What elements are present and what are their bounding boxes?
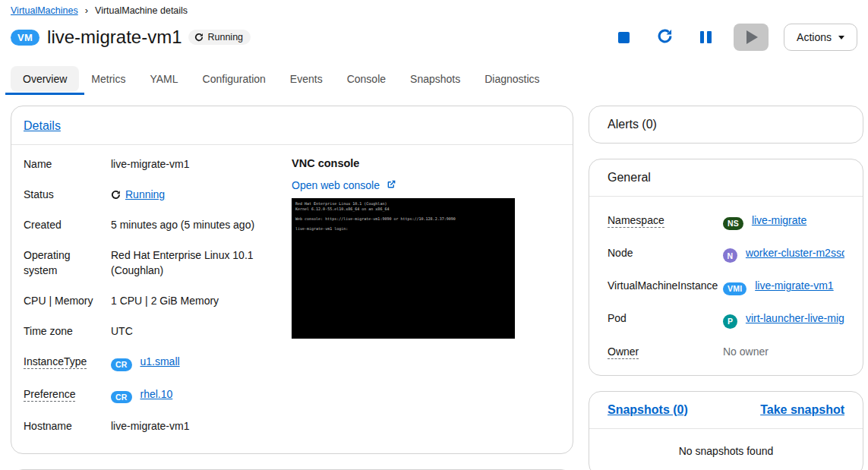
- preference-link[interactable]: rhel.10: [140, 388, 172, 400]
- node-label: Node: [608, 245, 723, 260]
- preference-label: Preference: [24, 388, 75, 402]
- general-card-body: Namespace NS live-migrate Node N worker-…: [589, 197, 863, 375]
- vmi-label: VirtualMachineInstance: [608, 278, 723, 293]
- details-link[interactable]: Details: [24, 119, 61, 132]
- node-link[interactable]: worker-cluster-m2ssq-2: [746, 247, 844, 259]
- breadcrumb: VirtualMachines › VirtualMachine details: [11, 0, 857, 16]
- detail-row-preference: Preference CR rhel.10: [24, 386, 292, 404]
- vmi-link[interactable]: live-migrate-vm1: [755, 279, 833, 292]
- status-badge: Running: [188, 30, 251, 45]
- cr-badge: CR: [111, 358, 132, 371]
- snapshots-empty-state: No snapshots found: [589, 429, 863, 470]
- namespace-link[interactable]: live-migrate: [752, 214, 806, 226]
- detail-row-operating-system: Operating system Red Hat Enterprise Linu…: [24, 248, 292, 278]
- detail-value: 1 CPU | 2 GiB Memory: [111, 293, 292, 308]
- details-card: Details Name live-migrate-vm1 Status: [11, 106, 573, 454]
- actions-dropdown-label: Actions: [797, 31, 832, 43]
- snapshots-count-link[interactable]: Snapshots (0): [608, 403, 688, 417]
- snapshots-card: Snapshots (0) Take snapshot No snapshots…: [589, 391, 863, 470]
- detail-row-hostname: Hostname live-migrate-vm1: [24, 418, 292, 434]
- play-button-disabled[interactable]: [734, 24, 769, 51]
- detail-value: Red Hat Enterprise Linux 10.1 (Coughlan): [111, 248, 292, 278]
- snapshots-card-header: Snapshots (0) Take snapshot: [589, 392, 863, 428]
- vm-tabs: Overview Metrics YAML Configuration Even…: [11, 66, 857, 92]
- caret-down-icon: [838, 36, 844, 39]
- cr-badge: CR: [111, 391, 132, 404]
- actions-dropdown-button[interactable]: Actions: [784, 24, 857, 51]
- instancetype-link[interactable]: u1.small: [140, 355, 179, 367]
- detail-label: Operating system: [24, 248, 111, 278]
- detail-value: live-migrate-vm1: [111, 156, 292, 172]
- general-row-vmi: VirtualMachineInstance VMI live-migrate-…: [608, 278, 844, 295]
- details-rows: Name live-migrate-vm1 Status Running: [24, 156, 292, 449]
- pause-button[interactable]: [693, 24, 718, 50]
- tab-snapshots[interactable]: Snapshots: [398, 66, 472, 92]
- general-row-namespace: Namespace NS live-migrate: [608, 213, 844, 230]
- breadcrumb-virtualmachines-link[interactable]: VirtualMachines: [11, 5, 78, 16]
- pod-label: Pod: [608, 311, 723, 326]
- namespace-badge: NS: [723, 217, 743, 230]
- left-column: Details Name live-migrate-vm1 Status: [11, 106, 573, 470]
- vnc-console-title: VNC console: [292, 157, 560, 169]
- open-web-console-label: Open web console: [292, 179, 380, 191]
- vmi-badge: VMI: [723, 282, 746, 295]
- detail-label: Name: [24, 156, 111, 172]
- detail-label: Status: [24, 187, 111, 202]
- take-snapshot-link[interactable]: Take snapshot: [760, 403, 844, 417]
- owner-label: Owner: [608, 345, 639, 359]
- detail-value: live-migrate-vm1: [111, 418, 292, 434]
- pod-badge: P: [723, 314, 737, 329]
- node-badge: N: [723, 248, 737, 263]
- restart-button[interactable]: [652, 24, 677, 50]
- status-running-link[interactable]: Running: [125, 187, 165, 202]
- namespace-label: Namespace: [608, 214, 664, 228]
- alerts-card: Alerts (0): [589, 106, 863, 144]
- tab-diagnostics[interactable]: Diagnostics: [472, 66, 551, 92]
- general-card-title: General: [589, 159, 863, 196]
- general-row-node: Node N worker-cluster-m2ssq-2: [608, 245, 844, 263]
- owner-value: No owner: [723, 344, 844, 359]
- sync-icon: [194, 33, 204, 42]
- breadcrumb-current: VirtualMachine details: [95, 5, 188, 16]
- details-card-header: Details: [11, 106, 573, 144]
- vm-details-page: VirtualMachines › VirtualMachine details…: [0, 0, 868, 470]
- general-row-owner: Owner No owner: [608, 344, 844, 359]
- detail-label: Created: [24, 217, 111, 232]
- vm-action-controls: Actions: [611, 24, 857, 51]
- detail-row-name: Name live-migrate-vm1: [24, 156, 292, 172]
- alerts-card-title: Alerts (0): [589, 106, 863, 143]
- detail-row-timezone: Time zone UTC: [24, 323, 292, 339]
- stop-icon: [618, 32, 630, 43]
- details-card-body: Name live-migrate-vm1 Status Running: [11, 145, 573, 453]
- detail-row-cpu-memory: CPU | Memory 1 CPU | 2 GiB Memory: [24, 293, 292, 308]
- tab-overview[interactable]: Overview: [11, 66, 79, 92]
- status-badge-label: Running: [207, 32, 243, 43]
- vm-kind-badge: VM: [11, 30, 39, 46]
- tab-metrics[interactable]: Metrics: [79, 66, 137, 92]
- pod-link[interactable]: virt-launcher-live-migrat...: [746, 312, 844, 324]
- page-header: VM live-migrate-vm1 Running: [11, 24, 857, 51]
- detail-label: CPU | Memory: [24, 293, 111, 308]
- pause-icon: [700, 31, 712, 43]
- restart-icon: [657, 28, 673, 46]
- play-icon: [746, 30, 758, 44]
- overview-content: Details Name live-migrate-vm1 Status: [11, 106, 857, 470]
- detail-row-status: Status Running: [24, 187, 292, 202]
- sync-icon: [111, 190, 121, 200]
- tab-events[interactable]: Events: [278, 66, 335, 92]
- open-web-console-link[interactable]: Open web console: [292, 179, 396, 191]
- detail-label: Hostname: [24, 418, 111, 434]
- detail-value: UTC: [111, 323, 292, 339]
- detail-row-created: Created 5 minutes ago (5 minutes ago): [24, 217, 292, 232]
- tab-yaml[interactable]: YAML: [137, 66, 190, 92]
- detail-row-instancetype: InstanceType CR u1.small: [24, 354, 292, 371]
- right-column: Alerts (0) General Namespace NS live-mig…: [589, 106, 863, 470]
- tab-configuration[interactable]: Configuration: [191, 66, 278, 92]
- detail-label: Time zone: [24, 323, 111, 339]
- instancetype-label: InstanceType: [24, 355, 87, 369]
- stop-button[interactable]: [611, 24, 636, 50]
- external-link-icon: [387, 179, 396, 191]
- tab-console[interactable]: Console: [335, 66, 398, 92]
- general-row-pod: Pod P virt-launcher-live-migrat...: [608, 311, 844, 329]
- vnc-console-screenshot[interactable]: Red Hat Enterprise Linux 10.1 (Coughlan)…: [292, 198, 515, 339]
